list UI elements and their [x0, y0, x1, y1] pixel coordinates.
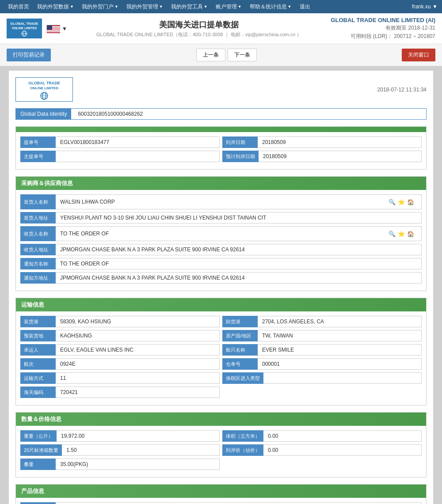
product-header: 产品信息: [16, 485, 426, 498]
available-time-value: 200712 ~ 201807: [394, 33, 435, 39]
basic-info-header: [16, 127, 426, 132]
notify-name-group: 通知方名称 TO THE ORDER OF: [20, 258, 422, 269]
discharge-port-group: 卸货港 2704, LOS ANGELES, CA: [222, 316, 422, 327]
arrival-price-value: 0.00: [263, 444, 422, 456]
teu-group: 20尺标准箱数量 1.50: [20, 444, 220, 456]
nav-import-data[interactable]: 我的外贸数据: [34, 0, 77, 13]
doc-header: GLOBAL TRADE ONLINE LIMITED 2018-07-12 1…: [15, 77, 427, 102]
shipper-home-icon[interactable]: 🏠: [407, 198, 415, 206]
loading-port-label: 装货港: [20, 316, 56, 327]
loading-port-value: 58309, KAO HSIUNG: [56, 316, 220, 327]
user-info: frank.xu ▼: [412, 4, 438, 10]
container-no-group: 集装箱编号 TEMU4141609 ( CN / L / HH ): [20, 502, 422, 504]
svg-text:ONLINE LIMITED: ONLINE LIMITED: [30, 86, 59, 90]
shipper-icons: 🔍 ⭐ 🏠: [386, 197, 417, 207]
company-logo: GLOBAL TRADE ONLINE LIMITED: [7, 19, 42, 38]
carrier-label: 承运人: [20, 344, 56, 356]
teu-price-row: 20尺标准箱数量 1.50 到岸价（估价） 0.00: [20, 444, 422, 456]
shipper-search-icon[interactable]: 🔍: [388, 198, 396, 206]
consignee-name-row: 收货人名称 TO THE ORDER OF 🔍 ⭐ 🏠: [20, 226, 422, 241]
valid-until-label: 有效期至: [385, 25, 407, 31]
flag-selector[interactable]: ▼: [46, 25, 67, 33]
origin-group: 原产国/地区 TW, TAIWAN: [222, 330, 422, 341]
buyer-seller-header: 采购商＆供应商信息: [16, 177, 426, 190]
bill-no-value: EGLV001800183477: [56, 136, 220, 148]
consignee-home-icon[interactable]: 🏠: [407, 230, 415, 238]
master-bill-label: 主提单号: [20, 151, 56, 162]
notify-addr-label: 通知方地址: [20, 272, 56, 284]
shipper-addr-row: 发货人地址 YENSHUI PLANT NO 3-10 SHI JOU LIAU…: [20, 212, 422, 224]
pieces-row: 叠量 35.00(PKG): [20, 459, 422, 470]
transport-body: 装货港 58309, KAO HSIUNG 卸货港 2704, LOS ANGE…: [16, 311, 426, 405]
shipper-star-icon[interactable]: ⭐: [397, 198, 405, 206]
basic-info-section: 提单号 EGLV001800183477 到岸日期 20180509 主提单号 …: [15, 126, 427, 170]
arrival-price-group: 到岸价（估价） 0.00: [222, 444, 422, 456]
flag-dropdown-icon[interactable]: ▼: [62, 26, 67, 32]
origin-label: 原产国/地区: [222, 330, 258, 341]
page-title: 美国海关进口提单数据: [96, 19, 302, 30]
buyer-seller-body: 发货人名称 WALSIN LIHWA CORP 🔍 ⭐ 🏠: [16, 190, 426, 291]
svg-rect-11: [47, 31, 60, 32]
arrival-price-label: 到岸价（估价）: [222, 444, 263, 456]
loading-port-group: 装货港 58309, KAO HSIUNG: [20, 316, 220, 327]
nav-portal[interactable]: 我的外贸门户: [78, 0, 122, 13]
toolbar-right: 关闭窗口: [402, 49, 435, 61]
voyage-label: 航次: [20, 358, 56, 370]
next-button[interactable]: 下一条: [228, 49, 257, 61]
pre-loading-group: 预装货地 KAOHSIUNG: [20, 330, 220, 341]
consignee-addr-row: 收货人地址 JPMORGAN CHASE BANK N A 3 PARK PLA…: [20, 244, 422, 255]
nav-home[interactable]: 我的首页: [4, 0, 33, 13]
weight-value: 19,972.00: [57, 430, 220, 442]
nav-help[interactable]: 帮助＆统计信息: [246, 0, 295, 13]
discharge-port-label: 卸货港: [222, 316, 258, 327]
gdi-value: 6003201805100000468262: [71, 109, 149, 119]
weight-volume-row: 重量（公斤） 19,972.00 体积（立方米） 0.00: [20, 430, 422, 442]
notify-addr-value: JPMORGAN CHASE BANK N A 3 PARK PLAZA SUI…: [56, 272, 422, 284]
consignee-addr-label: 收货人地址: [20, 244, 56, 255]
shipper-addr-label: 发货人地址: [20, 212, 56, 224]
notify-name-row: 通知方名称 TO THE ORDER OF: [20, 258, 422, 269]
page-title-area: 美国海关进口提单数据 GLOBAL TRADE ONLINE LIMITED（电…: [96, 19, 302, 38]
bill-number-value: 000001: [258, 358, 422, 370]
account-company: GLOBAL TRADE ONLINE LIMITED (AI): [331, 17, 435, 23]
nav-trade-mgmt[interactable]: 我的外贸管理: [123, 0, 167, 13]
ftz-entry-label: 保税区进入类型: [222, 372, 263, 384]
transport-mode-value: 11: [56, 372, 220, 384]
notify-addr-group: 通知方地址 JPMORGAN CHASE BANK N A 3 PARK PLA…: [20, 272, 422, 284]
voyage-group: 航次 0924E: [20, 358, 220, 370]
account-info: GLOBAL TRADE ONLINE LIMITED (AI) 有效期至 20…: [331, 17, 435, 40]
top-nav: 我的首页 我的外贸数据 我的外贸门户 我的外贸管理 我的外贸工具 账户管理 帮助…: [0, 0, 442, 13]
vessel-group: 船只名称 EVER SMILE: [222, 344, 422, 356]
svg-text:GLOBAL TRADE: GLOBAL TRADE: [10, 22, 38, 26]
prev-button[interactable]: 上一条: [196, 49, 225, 61]
product-body: 集装箱编号 TEMU4141609 ( CN / L / HH ) 集装箱尺寸 …: [16, 498, 426, 504]
master-bill-row: 主提单号 预计到岸日期 20180509: [20, 151, 422, 162]
valid-until-value: 2018-12-31: [408, 25, 435, 31]
quantity-body: 重量（公斤） 19,972.00 体积（立方米） 0.00 20尺标准箱数量 1…: [16, 426, 426, 477]
doc-logo: GLOBAL TRADE ONLINE LIMITED: [15, 77, 73, 102]
discharge-port-value: 2704, LOS ANGELES, CA: [258, 316, 422, 327]
close-button[interactable]: 关闭窗口: [402, 49, 435, 61]
nav-account[interactable]: 账户管理: [212, 0, 245, 13]
master-bill-group: 主提单号: [20, 151, 220, 162]
notify-addr-row: 通知方地址 JPMORGAN CHASE BANK N A 3 PARK PLA…: [20, 272, 422, 284]
carrier-row: 承运人 EGLV, EAGLE VAN LINES INC 船只名称 EVER …: [20, 344, 422, 356]
arrival-date-value: 20180509: [258, 136, 422, 148]
shipper-addr-group: 发货人地址 YENSHUI PLANT NO 3-10 SHI JOU LIAU…: [20, 212, 422, 224]
consignee-search-icon[interactable]: 🔍: [388, 230, 396, 238]
logo-area: GLOBAL TRADE ONLINE LIMITED ▼: [7, 19, 67, 38]
consignee-icons: 🔍 ⭐ 🏠: [386, 229, 417, 239]
svg-rect-10: [47, 30, 60, 31]
buyer-seller-section: 采购商＆供应商信息 发货人名称 WALSIN LIHWA CORP 🔍 ⭐ 🏠: [15, 176, 427, 291]
container-no-label: 集装箱编号: [20, 502, 56, 504]
consignee-star-icon[interactable]: ⭐: [397, 230, 405, 238]
notify-name-value: TO THE ORDER OF: [56, 258, 422, 269]
origin-value: TW, TAIWAN: [258, 330, 422, 341]
nav-trade-tools[interactable]: 我的外贸工具: [168, 0, 211, 13]
master-bill-value: [56, 151, 220, 162]
consignee-addr-group: 收货人地址 JPMORGAN CHASE BANK N A 3 PARK PLA…: [20, 244, 422, 255]
ftz-entry-group: 保税区进入类型: [222, 372, 422, 384]
nav-logout[interactable]: 退出: [296, 0, 314, 13]
print-button[interactable]: 打印贸易记录: [7, 49, 51, 61]
consignee-name-label: 收货人名称: [20, 226, 56, 241]
